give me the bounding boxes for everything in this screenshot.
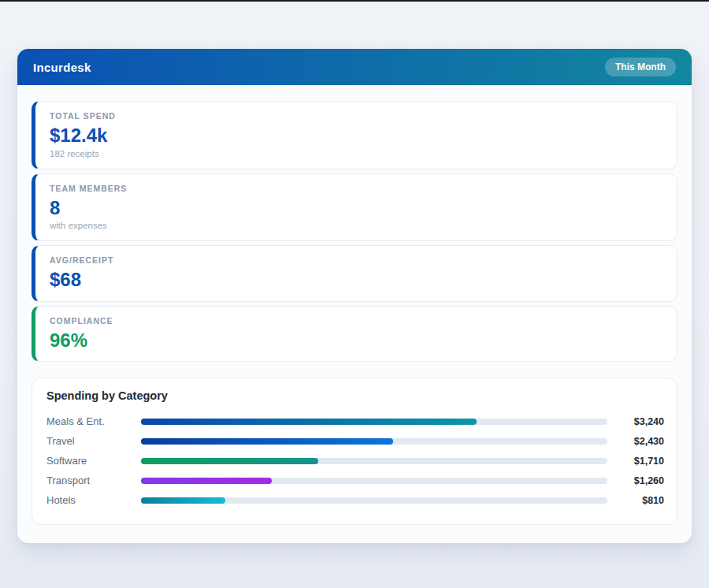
bar-track: [141, 458, 607, 464]
stat-subtext: with expenses: [50, 221, 663, 230]
stat-value: $12.4k: [50, 125, 663, 147]
stat-label: AVG/RECEIPT: [50, 255, 663, 265]
stat-card-avg-receipt: AVG/RECEIPT $68: [32, 245, 677, 302]
chart-row-software: Software $1,710: [46, 451, 664, 471]
stat-label: TEAM MEMBERS: [50, 184, 663, 193]
chart-row-travel: Travel $2,430: [46, 431, 664, 451]
bar-track: [141, 478, 607, 484]
stat-label: COMPLIANCE: [50, 316, 663, 326]
dashboard-panel: Incurdesk This Month TOTAL SPEND $12.4k …: [17, 49, 692, 543]
stat-value: $68: [50, 269, 663, 291]
chart-row-transport: Transport $1,260: [46, 471, 664, 490]
bar-fill: [141, 458, 318, 464]
bar-fill: [141, 438, 393, 445]
spending-by-category-chart: Spending by Category Meals & Ent. $3,240…: [32, 378, 677, 525]
category-label: Hotels: [46, 494, 141, 506]
app-header: Incurdesk This Month: [17, 49, 692, 85]
bar-track: [141, 438, 607, 445]
category-label: Transport: [46, 474, 141, 486]
bar-fill: [141, 497, 225, 504]
stat-card-total-spend: TOTAL SPEND $12.4k 182 receipts: [32, 101, 677, 169]
stat-value: 96%: [50, 329, 663, 352]
value-label: $810: [607, 495, 664, 506]
value-label: $2,430: [607, 436, 664, 447]
bar-fill: [141, 419, 477, 425]
stat-subtext: 182 receipts: [50, 149, 663, 158]
stat-label: TOTAL SPEND: [50, 111, 663, 121]
chart-row-hotels: Hotels $810: [46, 490, 664, 510]
category-label: Meals & Ent.: [46, 415, 141, 427]
stat-card-compliance: COMPLIANCE 96%: [32, 306, 677, 363]
panel-content: TOTAL SPEND $12.4k 182 receipts TEAM MEM…: [17, 85, 692, 543]
value-label: $3,240: [607, 416, 664, 427]
bar-track: [141, 419, 607, 425]
chart-row-meals: Meals & Ent. $3,240: [46, 411, 664, 431]
value-label: $1,260: [607, 475, 664, 486]
value-label: $1,710: [607, 456, 664, 467]
period-selector-badge[interactable]: This Month: [605, 58, 676, 76]
screen-top-edge: [0, 0, 709, 2]
stat-card-team-members: TEAM MEMBERS 8 with expenses: [32, 173, 677, 242]
category-label: Travel: [46, 435, 141, 447]
chart-title: Spending by Category: [46, 389, 664, 402]
bar-track: [141, 497, 607, 504]
category-label: Software: [46, 455, 141, 467]
bar-fill: [141, 478, 272, 484]
app-title: Incurdesk: [33, 61, 91, 74]
stat-value: 8: [50, 197, 663, 219]
